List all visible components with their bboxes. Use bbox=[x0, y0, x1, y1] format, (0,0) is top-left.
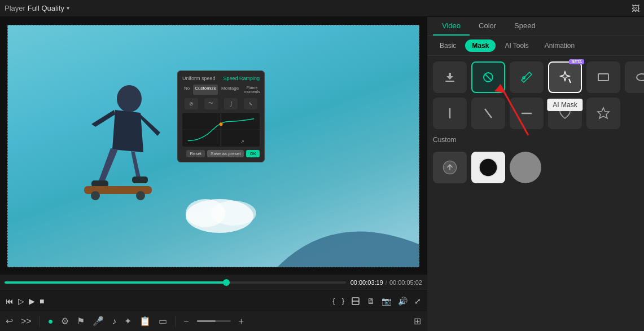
ai-mask-button[interactable]: BETA bbox=[548, 61, 582, 93]
step-back-button[interactable]: ▷ bbox=[18, 297, 24, 306]
undo-icon[interactable]: ↩ bbox=[6, 316, 13, 326]
mark-out-icon[interactable]: } bbox=[342, 297, 344, 305]
download-icon bbox=[443, 70, 457, 84]
subtab-basic[interactable]: Basic bbox=[433, 39, 463, 52]
speed-tab-customize[interactable]: Customize bbox=[193, 85, 218, 95]
speed-icon-wave[interactable]: 〜 bbox=[204, 98, 218, 109]
line3-icon bbox=[520, 107, 533, 120]
main-content: Uniform speed Speed Ramping No Customize… bbox=[0, 17, 644, 331]
crop-icon[interactable] bbox=[351, 297, 360, 306]
skip-back-button[interactable]: ⏮ bbox=[6, 297, 14, 306]
video-area: Uniform speed Speed Ramping No Customize… bbox=[0, 17, 427, 331]
tab-speed[interactable]: Speed bbox=[505, 17, 545, 36]
speed-reset-button[interactable]: Reset bbox=[186, 150, 205, 157]
speed-tab-flame[interactable]: Flamemoments bbox=[242, 85, 262, 95]
ramp-shape bbox=[278, 199, 419, 267]
video-frame: Uniform speed Speed Ramping No Customize… bbox=[7, 25, 419, 267]
svg-point-8 bbox=[211, 201, 256, 226]
toolbar-right: ⊞ bbox=[414, 316, 421, 326]
top-bar-right: 🖼 bbox=[632, 3, 639, 14]
chevron-down-icon: ▾ bbox=[67, 5, 69, 11]
star-mask-button[interactable] bbox=[586, 98, 620, 129]
line1-mask-button[interactable] bbox=[433, 98, 467, 129]
speed-icon-slash[interactable]: ⊘ bbox=[185, 98, 198, 109]
svg-point-21 bbox=[637, 74, 644, 81]
zoom-in-icon[interactable]: + bbox=[239, 316, 244, 326]
grid-icon[interactable]: ⊞ bbox=[414, 316, 421, 326]
upload-shape-button[interactable] bbox=[433, 152, 467, 183]
time-separator: / bbox=[385, 279, 387, 286]
transform-icon[interactable]: ⤢ bbox=[414, 297, 421, 306]
tab-color[interactable]: Color bbox=[470, 17, 505, 36]
media-icon[interactable]: ▭ bbox=[159, 316, 167, 326]
effects-icon[interactable]: ● bbox=[48, 316, 54, 326]
subtab-mask[interactable]: Mask bbox=[465, 39, 496, 52]
pen-mask-button[interactable] bbox=[510, 61, 544, 93]
time-display: 00:00:03:19 / 00:00:05:02 bbox=[351, 279, 422, 286]
clip-icon[interactable]: 📋 bbox=[139, 316, 151, 326]
custom-label: Custom bbox=[433, 136, 638, 144]
white-circle-icon bbox=[478, 157, 498, 178]
ai-mask-wrapper: BETA AI Mask bbox=[548, 61, 582, 93]
subtab-ai-tools[interactable]: AI Tools bbox=[498, 39, 535, 52]
speed-tab-montage[interactable]: Montage bbox=[220, 85, 240, 95]
ai-mask-tooltip: AI Mask bbox=[547, 99, 582, 111]
player-label: Player bbox=[5, 4, 25, 12]
upload-icon bbox=[442, 160, 458, 175]
svg-text:↗: ↗ bbox=[240, 139, 244, 144]
progress-bar[interactable] bbox=[5, 281, 346, 284]
more-icon[interactable]: >> bbox=[21, 316, 32, 326]
custom-shapes bbox=[433, 152, 638, 183]
speed-graph: ↗ bbox=[182, 113, 260, 147]
tab-video[interactable]: Video bbox=[433, 17, 470, 36]
mark-in-icon[interactable]: { bbox=[332, 297, 335, 305]
speed-icon-wave2[interactable]: ∿ bbox=[244, 98, 257, 109]
settings-icon[interactable]: ⚙ bbox=[61, 316, 69, 326]
speed-tab-no[interactable]: No bbox=[182, 85, 191, 95]
subtab-animation[interactable]: Animation bbox=[538, 39, 581, 52]
cloud-effect bbox=[177, 188, 262, 233]
speed-tabs: No Customize Montage Flamemoments bbox=[182, 85, 260, 95]
svg-point-28 bbox=[516, 158, 535, 176]
rectangle-mask-button[interactable] bbox=[586, 61, 620, 93]
svg-point-27 bbox=[479, 158, 497, 176]
svg-line-23 bbox=[485, 109, 492, 118]
speed-ok-button[interactable]: OK bbox=[246, 150, 260, 157]
sparkle-icon[interactable]: ✦ bbox=[124, 316, 132, 326]
volume-icon[interactable]: 🔊 bbox=[398, 297, 408, 306]
mask-row-1: BETA AI Mask bbox=[433, 61, 638, 93]
zoom-out-icon[interactable]: − bbox=[183, 316, 189, 326]
monitor-icon[interactable]: 🖥 bbox=[367, 297, 375, 306]
pen-icon bbox=[520, 70, 533, 84]
svg-line-17 bbox=[485, 74, 491, 80]
speed-icon-curve[interactable]: ∫ bbox=[224, 98, 238, 109]
transport-right: { } 🖥 📷 🔊 ⤢ bbox=[332, 297, 421, 306]
line2-mask-button[interactable] bbox=[471, 98, 505, 129]
line2-icon bbox=[481, 107, 495, 120]
quality-selector[interactable]: Full Quality ▾ bbox=[28, 4, 69, 12]
progress-fill bbox=[5, 281, 226, 284]
star-icon bbox=[597, 107, 610, 120]
stop-button[interactable]: ■ bbox=[40, 297, 44, 306]
screenshot-icon[interactable]: 🖼 bbox=[632, 4, 639, 13]
download-mask-button[interactable] bbox=[433, 61, 467, 93]
right-panel: Video Color Speed Basic Mask AI Tools An… bbox=[427, 17, 644, 331]
line3-mask-button[interactable] bbox=[510, 98, 544, 129]
panel-sub-tabs: Basic Mask AI Tools Animation bbox=[427, 36, 644, 56]
gray-circle-button[interactable] bbox=[510, 152, 541, 183]
progress-area: 00:00:03:19 / 00:00:05:02 bbox=[0, 275, 427, 290]
flag-icon[interactable]: ⚑ bbox=[77, 316, 85, 326]
speed-popup-title-right[interactable]: Speed Ramping bbox=[223, 76, 260, 81]
mic-icon[interactable]: 🎤 bbox=[93, 316, 104, 326]
video-viewport: Uniform speed Speed Ramping No Customize… bbox=[0, 17, 427, 275]
quality-label: Full Quality bbox=[28, 4, 64, 12]
current-time: 00:00:03:19 bbox=[351, 279, 383, 286]
camera-icon[interactable]: 📷 bbox=[382, 297, 391, 306]
speed-save-button[interactable]: Save as preset bbox=[207, 150, 244, 157]
white-circle-button[interactable] bbox=[471, 152, 505, 183]
ellipse-mask-button[interactable] bbox=[625, 61, 644, 93]
no-mask-button[interactable] bbox=[471, 61, 505, 93]
music-icon[interactable]: ♪ bbox=[112, 316, 116, 326]
play-button[interactable]: ▶ bbox=[29, 297, 35, 306]
progress-thumb[interactable] bbox=[223, 279, 230, 286]
